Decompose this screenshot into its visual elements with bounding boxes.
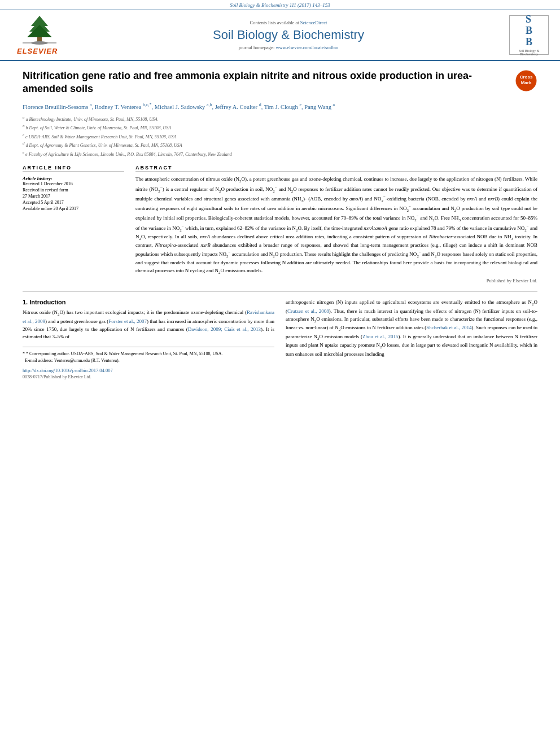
journal-icon-area: SBB Soil Biology &Biochemistry	[504, 15, 554, 55]
journal-icon-subtitle: Soil Biology &Biochemistry	[519, 49, 540, 56]
journal-url[interactable]: www.elsevier.com/locate/soilbio	[275, 45, 338, 50]
abstract-title: ABSTRACT	[135, 165, 537, 172]
intro-left-column: 1. Introduction Nitrous oxide (N2O) has …	[23, 299, 274, 379]
intro-right-column: anthropogenic nitrogen (N) inputs applie…	[286, 299, 537, 379]
article-title: Nitrification gene ratio and free ammoni…	[23, 69, 509, 96]
introduction-section: 1. Introduction Nitrous oxide (N2O) has …	[23, 299, 537, 379]
affiliations: a a Biotechnology Institute, Univ. of Mi…	[23, 115, 537, 158]
journal-icon-letters: SBB	[526, 14, 532, 47]
received-date: Received 1 December 2016	[23, 181, 124, 186]
elsevier-logo: ELSEVIER	[17, 15, 62, 55]
intro-left-text: Nitrous oxide (N2O) has two important ec…	[23, 309, 274, 341]
journal-citation-text: Soil Biology & Biochemistry 111 (2017) 1…	[230, 2, 330, 8]
crossmark-icon[interactable]: Cross Mark	[515, 69, 537, 92]
revised-label: Received in revised form	[23, 187, 124, 193]
journal-info-center: Contents lists available at ScienceDirec…	[73, 15, 504, 55]
corresponding-author-note: * * Corresponding author. USDA-ARS, Soil…	[23, 351, 274, 364]
journal-citation-bar: Soil Biology & Biochemistry 111 (2017) 1…	[0, 0, 560, 10]
footnote-area: * * Corresponding author. USDA-ARS, Soil…	[23, 347, 274, 379]
section-title: 1. Introduction	[23, 299, 274, 305]
intro-right-text: anthropogenic nitrogen (N) inputs applie…	[286, 299, 537, 359]
elsevier-name: ELSEVIER	[17, 47, 58, 55]
article-title-section: Nitrification gene ratio and free ammoni…	[23, 69, 537, 96]
article-info-panel: ARTICLE INFO Article history: Received 1…	[23, 165, 124, 283]
revised-date: 27 March 2017	[23, 194, 124, 199]
journal-homepage: journal homepage: www.elsevier.com/locat…	[79, 45, 498, 50]
article-info-title: ARTICLE INFO	[23, 165, 124, 172]
journal-header: ELSEVIER Contents lists available at Sci…	[0, 10, 560, 61]
journal-title: Soil Biology & Biochemistry	[79, 28, 498, 42]
journal-icon-box: SBB Soil Biology &Biochemistry	[509, 15, 549, 55]
contents-line: Contents lists available at ScienceDirec…	[79, 20, 498, 25]
svg-text:Cross: Cross	[520, 75, 533, 80]
email-link[interactable]: Venterea@umn.edu	[54, 358, 90, 363]
svg-point-5	[31, 41, 48, 45]
issn-line: 0038-0717/Published by Elsevier Ltd.	[23, 374, 274, 379]
accepted-date: Accepted 5 April 2017	[23, 200, 124, 205]
elsevier-logo-area: ELSEVIER	[6, 15, 73, 55]
section-divider	[23, 291, 537, 292]
abstract-text: The atmospheric concentration of nitrous…	[135, 176, 537, 276]
article-info-abstract: ARTICLE INFO Article history: Received 1…	[23, 165, 537, 283]
authors-line: Florence Breuillin-Sessoms a, Rodney T. …	[23, 102, 537, 111]
sciencedirect-link[interactable]: ScienceDirect	[300, 20, 327, 25]
published-by: Published by Elsevier Ltd.	[135, 278, 537, 283]
article-content: Nitrification gene ratio and free ammoni…	[0, 61, 560, 388]
online-date: Available online 20 April 2017	[23, 206, 124, 211]
history-label: Article history:	[23, 176, 124, 181]
abstract-panel: ABSTRACT The atmospheric concentration o…	[135, 165, 537, 283]
elsevier-tree-icon	[17, 15, 62, 46]
doi-link[interactable]: http://dx.doi.org/10.1016/j.soilbio.2017…	[23, 368, 274, 373]
svg-text:Mark: Mark	[521, 80, 532, 85]
